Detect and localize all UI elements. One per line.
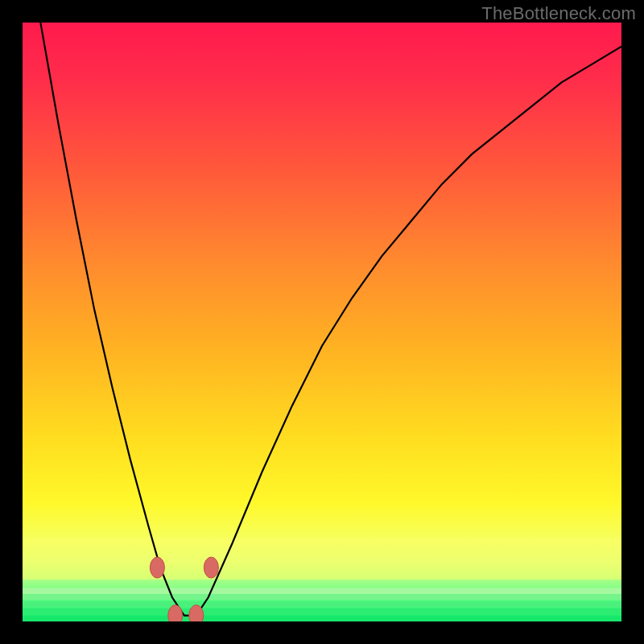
svg-rect-2 <box>23 601 621 607</box>
optimal-band <box>23 538 621 580</box>
svg-rect-0 <box>23 616 621 621</box>
curve-marker <box>150 557 164 578</box>
chart-frame <box>23 23 621 621</box>
watermark-text: TheBottleneck.com <box>481 3 636 24</box>
curve-marker <box>189 605 204 621</box>
bottleneck-plot <box>23 23 621 621</box>
svg-rect-1 <box>23 609 621 614</box>
green-bottom-strips <box>23 588 621 621</box>
svg-rect-4 <box>23 588 621 593</box>
curve-marker <box>204 557 218 578</box>
curve-marker <box>168 605 183 621</box>
gradient-background <box>23 23 621 621</box>
svg-rect-3 <box>23 594 621 600</box>
